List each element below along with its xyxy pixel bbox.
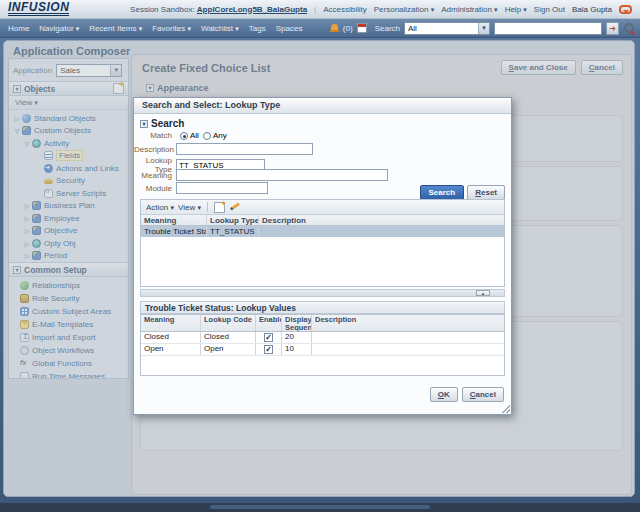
- nav-recent-items[interactable]: Recent Items: [89, 24, 142, 33]
- action-menu[interactable]: Action: [146, 203, 174, 212]
- infusion-logo: INFUSION: [8, 2, 69, 16]
- calendar-icon[interactable]: [357, 23, 367, 33]
- ok-button[interactable]: OK: [430, 387, 458, 402]
- column-header-lookup-type[interactable]: Lookup Type: [207, 215, 259, 225]
- dropdown-caret-icon: [494, 5, 498, 14]
- global-header: INFUSION Session Sandbox: ApplCoreLong5B…: [0, 0, 640, 19]
- column-header-meaning[interactable]: Meaning: [141, 315, 201, 331]
- session-label: Session Sandbox:: [130, 5, 195, 14]
- footer-bar: [0, 503, 640, 512]
- module-field[interactable]: [176, 182, 268, 194]
- advanced-search-icon[interactable]: [623, 22, 635, 34]
- nav-home[interactable]: Home: [8, 24, 29, 33]
- nav-watchlist[interactable]: Watchlist: [201, 24, 239, 33]
- help-menu[interactable]: Help: [505, 5, 527, 14]
- enabled-checkbox[interactable]: ✓: [264, 345, 273, 354]
- dropdown-caret-icon: [197, 203, 201, 212]
- lookup-values-header: Trouble Ticket Status: Lookup Values: [140, 301, 505, 314]
- search-go-icon[interactable]: ➜: [606, 22, 619, 35]
- create-icon[interactable]: [214, 202, 225, 213]
- session-sandbox: Session Sandbox: ApplCoreLong5B_BalaGupt…: [130, 5, 307, 14]
- splitter[interactable]: [140, 289, 505, 297]
- dialog-title: Search and Select: Lookup Type: [134, 98, 511, 114]
- edit-pencil-icon[interactable]: [229, 201, 241, 213]
- column-header-meaning[interactable]: Meaning: [141, 215, 207, 225]
- dropdown-caret-icon: [523, 5, 527, 14]
- administration-menu[interactable]: Administration: [441, 5, 497, 14]
- resize-grip-icon[interactable]: [502, 405, 510, 413]
- table-row[interactable]: Trouble Ticket Status TT_STATUS: [141, 226, 504, 237]
- match-all-radio[interactable]: [180, 132, 188, 140]
- enabled-checkbox[interactable]: ✓: [264, 333, 273, 342]
- footer-segment: [210, 505, 430, 509]
- splitter-collapse-icon[interactable]: [476, 290, 490, 296]
- nav-spaces[interactable]: Spaces: [276, 24, 303, 33]
- lookup-values-header-row: Meaning Lookup Code Enabled Display Sequ…: [141, 315, 504, 332]
- chat-icon[interactable]: [619, 5, 632, 14]
- dropdown-caret-icon: [170, 203, 174, 212]
- global-search-input[interactable]: [494, 22, 602, 35]
- column-header-enabled[interactable]: Enabled: [256, 315, 282, 331]
- dropdown-arrow-icon[interactable]: [478, 23, 489, 34]
- view-menu[interactable]: View: [178, 203, 201, 212]
- match-all-label: All: [190, 131, 199, 140]
- column-header-lookup-code[interactable]: Lookup Code: [201, 315, 256, 331]
- module-label: Module: [134, 184, 176, 193]
- divider: [207, 202, 208, 212]
- match-any-radio[interactable]: [203, 132, 211, 140]
- notification-count: (0): [343, 24, 353, 33]
- dropdown-caret-icon: [76, 24, 80, 33]
- session-sandbox-link[interactable]: ApplCoreLong5B_BalaGupta: [197, 5, 307, 14]
- dropdown-caret-icon: [431, 5, 435, 14]
- results-table: Action View Meaning Lookup Type Descript…: [140, 199, 505, 287]
- match-any-label: Any: [213, 131, 227, 140]
- table-row[interactable]: Open Open ✓ 10: [141, 344, 504, 356]
- results-header-row: Meaning Lookup Type Description: [141, 215, 504, 226]
- match-label: Match: [134, 131, 176, 140]
- dropdown-caret-icon: [235, 24, 239, 33]
- nav-navigator[interactable]: Navigator: [39, 24, 79, 33]
- column-header-display-sequence[interactable]: Display Sequence: [282, 315, 312, 331]
- dialog-cancel-button[interactable]: Cancel: [462, 387, 504, 402]
- dropdown-caret-icon: [139, 24, 143, 33]
- search-scope-value: All: [405, 24, 478, 33]
- collapse-icon[interactable]: [140, 120, 148, 128]
- meaning-field[interactable]: [176, 169, 388, 181]
- description-field[interactable]: [176, 143, 313, 155]
- search-label: Search: [375, 24, 400, 33]
- description-label: Description: [134, 145, 176, 154]
- search-button[interactable]: Search: [420, 185, 465, 200]
- personalization-menu[interactable]: Personalization: [374, 5, 434, 14]
- search-section-header: Search: [151, 118, 184, 129]
- accessibility-link[interactable]: Accessibility: [323, 5, 367, 14]
- column-header-description[interactable]: Description: [312, 315, 504, 331]
- notifications-bell-icon[interactable]: [330, 24, 339, 33]
- nav-tags[interactable]: Tags: [249, 24, 266, 33]
- reset-button[interactable]: Reset: [467, 185, 505, 200]
- lookup-values-table: Meaning Lookup Code Enabled Display Sequ…: [140, 314, 505, 376]
- table-row[interactable]: Closed Closed ✓ 20: [141, 332, 504, 344]
- meaning-label: Meaning: [134, 171, 176, 180]
- results-toolbar: Action View: [141, 200, 504, 215]
- user-name: Bala Gupta: [572, 5, 612, 14]
- search-scope-select[interactable]: All: [404, 22, 490, 35]
- dropdown-caret-icon: [187, 24, 191, 33]
- column-header-description[interactable]: Description: [259, 215, 504, 225]
- sign-out-link[interactable]: Sign Out: [534, 5, 565, 14]
- nav-bar: Home Navigator Recent Items Favorites Wa…: [0, 19, 640, 38]
- lookup-type-dialog: Search and Select: Lookup Type Search Ma…: [133, 97, 512, 415]
- divider: |: [314, 5, 316, 14]
- nav-favorites[interactable]: Favorites: [152, 24, 191, 33]
